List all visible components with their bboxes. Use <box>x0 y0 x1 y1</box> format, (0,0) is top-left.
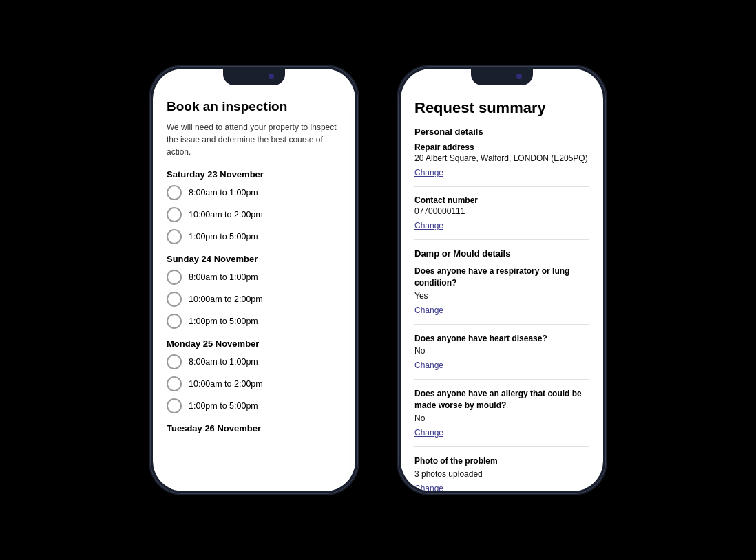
time-label: 8:00am to 1:00pm <box>189 272 258 282</box>
damp-mould-heading: Damp or Mould details <box>414 248 589 259</box>
radio-button[interactable] <box>167 354 182 369</box>
time-slot[interactable]: 8:00am to 1:00pm <box>167 354 342 369</box>
contact-number-change-link[interactable]: Change <box>414 221 443 230</box>
respiratory-change-link[interactable]: Change <box>414 305 443 315</box>
day-group-sunday: Sunday 24 November <box>167 254 342 264</box>
question-answer-allergy: No <box>414 413 589 423</box>
time-label: 8:00am to 1:00pm <box>189 188 258 197</box>
radio-button[interactable] <box>167 398 182 413</box>
question-answer-respiratory: Yes <box>414 291 589 301</box>
notch-dot <box>269 74 274 79</box>
time-slot[interactable]: 1:00pm to 5:00pm <box>167 314 342 329</box>
repair-address-change-link[interactable]: Change <box>414 168 443 177</box>
time-slot[interactable]: 10:00am to 2:00pm <box>167 207 342 222</box>
time-slot[interactable]: 8:00am to 1:00pm <box>167 185 342 200</box>
question-text-respiratory: Does anyone have a respiratory or lung c… <box>414 266 589 289</box>
time-label: 1:00pm to 5:00pm <box>189 401 258 411</box>
phone-book-inspection: Book an inspection We will need to atten… <box>151 67 357 493</box>
notch-dot <box>516 74 522 79</box>
time-slot[interactable]: 10:00am to 2:00pm <box>167 292 342 307</box>
day-group-tuesday: Tuesday 26 November <box>167 423 342 433</box>
personal-details-heading: Personal details <box>414 127 589 137</box>
notch <box>471 69 533 85</box>
time-slot[interactable]: 10:00am to 2:00pm <box>167 376 342 391</box>
notch <box>223 69 285 85</box>
day-group-saturday: Saturday 23 November <box>167 169 342 180</box>
repair-address-label: Repair address <box>414 142 589 152</box>
screen-book-inspection: Book an inspection We will need to atten… <box>153 69 355 491</box>
question-heart-disease: Does anyone have heart disease? No Chang… <box>414 333 589 380</box>
time-slot[interactable]: 1:00pm to 5:00pm <box>167 398 342 413</box>
time-label: 10:00am to 2:00pm <box>189 379 263 389</box>
repair-address-group: Repair address 20 Albert Square, Walford… <box>414 142 589 187</box>
contact-number-group: Contact number 07700000111 Change <box>414 195 589 240</box>
heart-change-link[interactable]: Change <box>414 360 443 370</box>
question-text-photo: Photo of the problem <box>414 455 589 467</box>
screen-request-summary: Request summary Personal details Repair … <box>401 69 603 491</box>
question-text-allergy: Does anyone have an allergy that could b… <box>414 388 589 411</box>
page-subtitle: We will need to attend your property to … <box>167 121 342 158</box>
allergy-change-link[interactable]: Change <box>414 428 443 438</box>
repair-address-value: 20 Albert Square, Walford, LONDON (E205P… <box>414 153 589 163</box>
question-allergy: Does anyone have an allergy that could b… <box>414 388 589 447</box>
radio-button[interactable] <box>167 376 182 391</box>
radio-button[interactable] <box>167 314 182 329</box>
time-label: 10:00am to 2:00pm <box>189 294 263 304</box>
radio-button[interactable] <box>167 229 182 244</box>
contact-number-label: Contact number <box>414 195 589 205</box>
question-text-heart: Does anyone have heart disease? <box>414 333 589 345</box>
day-group-monday: Monday 25 November <box>167 338 342 349</box>
radio-button[interactable] <box>167 185 182 200</box>
radio-button[interactable] <box>167 292 182 307</box>
photo-change-link[interactable]: Change <box>414 484 443 491</box>
summary-title: Request summary <box>414 99 589 117</box>
contact-number-value: 07700000111 <box>414 206 589 216</box>
page-title: Book an inspection <box>167 99 342 114</box>
time-label: 10:00am to 2:00pm <box>189 210 263 219</box>
radio-button[interactable] <box>167 270 182 285</box>
time-slot[interactable]: 8:00am to 1:00pm <box>167 270 342 285</box>
question-answer-heart: No <box>414 346 589 356</box>
question-respiratory: Does anyone have a respiratory or lung c… <box>414 266 589 325</box>
question-photo: Photo of the problem 3 photos uploaded C… <box>414 455 589 491</box>
time-slot[interactable]: 1:00pm to 5:00pm <box>167 229 342 244</box>
time-label: 1:00pm to 5:00pm <box>189 232 258 241</box>
time-label: 8:00am to 1:00pm <box>189 357 258 367</box>
radio-button[interactable] <box>167 207 182 222</box>
phone-request-summary: Request summary Personal details Repair … <box>399 67 605 493</box>
question-answer-photo: 3 photos uploaded <box>414 469 589 479</box>
time-label: 1:00pm to 5:00pm <box>189 316 258 326</box>
